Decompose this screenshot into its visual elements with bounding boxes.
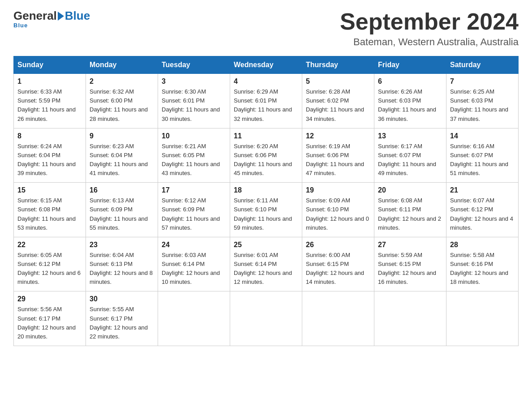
weekday-header-monday: Monday (86, 56, 158, 74)
day-info: Sunrise: 6:12 AMSunset: 6:09 PMDaylight:… (162, 196, 226, 232)
calendar-day-cell: 13 Sunrise: 6:17 AMSunset: 6:07 PMDaylig… (374, 128, 446, 183)
calendar-day-cell: 26 Sunrise: 6:00 AMSunset: 6:15 PMDaylig… (302, 237, 374, 291)
logo-blue-text: Blue (65, 9, 90, 23)
day-number: 26 (306, 241, 370, 249)
day-info: Sunrise: 6:21 AMSunset: 6:05 PMDaylight:… (162, 142, 226, 178)
weekday-header-saturday: Saturday (446, 56, 519, 74)
calendar-day-cell: 15 Sunrise: 6:15 AMSunset: 6:08 PMDaylig… (14, 183, 86, 237)
calendar-day-cell: 14 Sunrise: 6:16 AMSunset: 6:07 PMDaylig… (446, 128, 519, 183)
day-number: 15 (17, 186, 82, 194)
day-info: Sunrise: 6:25 AMSunset: 6:03 PMDaylight:… (450, 87, 515, 124)
calendar-day-cell (374, 291, 446, 346)
day-info: Sunrise: 6:00 AMSunset: 6:15 PMDaylight:… (306, 251, 370, 287)
logo: General Blue Blue (13, 9, 90, 29)
calendar-day-cell (158, 291, 230, 346)
day-info: Sunrise: 6:09 AMSunset: 6:10 PMDaylight:… (306, 196, 370, 232)
calendar-day-cell: 18 Sunrise: 6:11 AMSunset: 6:10 PMDaylig… (230, 183, 302, 237)
calendar-day-cell: 27 Sunrise: 5:59 AMSunset: 6:15 PMDaylig… (374, 237, 446, 291)
day-info: Sunrise: 6:20 AMSunset: 6:06 PMDaylight:… (234, 142, 298, 178)
calendar-day-cell: 6 Sunrise: 6:26 AMSunset: 6:03 PMDayligh… (374, 74, 446, 128)
day-info: Sunrise: 6:17 AMSunset: 6:07 PMDaylight:… (378, 142, 442, 178)
day-number: 22 (17, 241, 82, 249)
logo-triangle-icon (58, 12, 64, 21)
calendar-day-cell: 16 Sunrise: 6:13 AMSunset: 6:09 PMDaylig… (86, 183, 158, 237)
calendar-day-cell: 8 Sunrise: 6:24 AMSunset: 6:04 PMDayligh… (14, 128, 86, 183)
day-info: Sunrise: 6:08 AMSunset: 6:11 PMDaylight:… (378, 196, 442, 232)
calendar-day-cell (302, 291, 374, 346)
calendar-day-cell: 20 Sunrise: 6:08 AMSunset: 6:11 PMDaylig… (374, 183, 446, 237)
day-info: Sunrise: 6:28 AMSunset: 6:02 PMDaylight:… (306, 87, 370, 124)
calendar-week-row: 29 Sunrise: 5:56 AMSunset: 6:17 PMDaylig… (14, 291, 519, 346)
day-info: Sunrise: 6:05 AMSunset: 6:12 PMDaylight:… (17, 251, 82, 287)
day-number: 8 (17, 132, 82, 140)
day-number: 27 (378, 241, 442, 249)
day-info: Sunrise: 6:13 AMSunset: 6:09 PMDaylight:… (90, 196, 154, 232)
logo-underline: Blue (13, 22, 28, 29)
day-info: Sunrise: 6:23 AMSunset: 6:04 PMDaylight:… (90, 142, 154, 178)
day-info: Sunrise: 5:56 AMSunset: 6:17 PMDaylight:… (17, 305, 82, 341)
weekday-header-tuesday: Tuesday (158, 56, 230, 74)
calendar-day-cell: 25 Sunrise: 6:01 AMSunset: 6:14 PMDaylig… (230, 237, 302, 291)
calendar-day-cell: 24 Sunrise: 6:03 AMSunset: 6:14 PMDaylig… (158, 237, 230, 291)
day-info: Sunrise: 6:24 AMSunset: 6:04 PMDaylight:… (17, 142, 82, 178)
day-info: Sunrise: 6:07 AMSunset: 6:12 PMDaylight:… (450, 196, 515, 232)
calendar-day-cell: 21 Sunrise: 6:07 AMSunset: 6:12 PMDaylig… (446, 183, 519, 237)
weekday-header-sunday: Sunday (14, 56, 86, 74)
calendar-day-cell (446, 291, 519, 346)
day-info: Sunrise: 6:11 AMSunset: 6:10 PMDaylight:… (234, 196, 298, 232)
day-info: Sunrise: 6:04 AMSunset: 6:13 PMDaylight:… (90, 251, 154, 287)
calendar-day-cell: 1 Sunrise: 6:33 AMSunset: 5:59 PMDayligh… (14, 74, 86, 128)
calendar-day-cell: 2 Sunrise: 6:32 AMSunset: 6:00 PMDayligh… (86, 74, 158, 128)
day-info: Sunrise: 5:58 AMSunset: 6:16 PMDaylight:… (450, 251, 515, 287)
logo-general-text: General (13, 9, 57, 23)
day-number: 18 (234, 186, 298, 194)
calendar-day-cell: 23 Sunrise: 6:04 AMSunset: 6:13 PMDaylig… (86, 237, 158, 291)
day-info: Sunrise: 6:26 AMSunset: 6:03 PMDaylight:… (378, 87, 442, 124)
calendar-day-cell: 22 Sunrise: 6:05 AMSunset: 6:12 PMDaylig… (14, 237, 86, 291)
day-info: Sunrise: 6:15 AMSunset: 6:08 PMDaylight:… (17, 196, 82, 232)
day-number: 2 (90, 77, 154, 86)
day-number: 7 (450, 77, 515, 86)
day-number: 1 (17, 77, 82, 86)
day-number: 10 (162, 132, 226, 140)
title-block: September 2024 Bateman, Western Australi… (340, 9, 519, 48)
day-number: 16 (90, 186, 154, 194)
calendar-day-cell: 30 Sunrise: 5:55 AMSunset: 6:17 PMDaylig… (86, 291, 158, 346)
calendar-day-cell: 7 Sunrise: 6:25 AMSunset: 6:03 PMDayligh… (446, 74, 519, 128)
day-number: 4 (234, 77, 298, 86)
calendar-day-cell: 10 Sunrise: 6:21 AMSunset: 6:05 PMDaylig… (158, 128, 230, 183)
calendar-day-cell: 28 Sunrise: 5:58 AMSunset: 6:16 PMDaylig… (446, 237, 519, 291)
day-number: 5 (306, 77, 370, 86)
calendar-day-cell: 3 Sunrise: 6:30 AMSunset: 6:01 PMDayligh… (158, 74, 230, 128)
day-number: 11 (234, 132, 298, 140)
day-number: 9 (90, 132, 154, 140)
day-info: Sunrise: 6:01 AMSunset: 6:14 PMDaylight:… (234, 251, 298, 287)
day-number: 12 (306, 132, 370, 140)
calendar-day-cell: 17 Sunrise: 6:12 AMSunset: 6:09 PMDaylig… (158, 183, 230, 237)
calendar-table: SundayMondayTuesdayWednesdayThursdayFrid… (13, 56, 519, 346)
calendar-header-row: SundayMondayTuesdayWednesdayThursdayFrid… (14, 56, 519, 74)
day-number: 14 (450, 132, 515, 140)
calendar-week-row: 1 Sunrise: 6:33 AMSunset: 5:59 PMDayligh… (14, 74, 519, 128)
day-number: 30 (90, 295, 154, 303)
day-info: Sunrise: 6:33 AMSunset: 5:59 PMDaylight:… (17, 87, 82, 124)
weekday-header-thursday: Thursday (302, 56, 374, 74)
day-number: 21 (450, 186, 515, 194)
calendar-day-cell: 11 Sunrise: 6:20 AMSunset: 6:06 PMDaylig… (230, 128, 302, 183)
day-info: Sunrise: 6:03 AMSunset: 6:14 PMDaylight:… (162, 251, 226, 287)
day-number: 3 (162, 77, 226, 86)
calendar-week-row: 15 Sunrise: 6:15 AMSunset: 6:08 PMDaylig… (14, 183, 519, 237)
day-number: 28 (450, 241, 515, 249)
day-number: 13 (378, 132, 442, 140)
day-number: 20 (378, 186, 442, 194)
day-number: 29 (17, 295, 82, 303)
day-info: Sunrise: 6:32 AMSunset: 6:00 PMDaylight:… (90, 87, 154, 124)
calendar-day-cell: 4 Sunrise: 6:29 AMSunset: 6:01 PMDayligh… (230, 74, 302, 128)
day-info: Sunrise: 6:19 AMSunset: 6:06 PMDaylight:… (306, 142, 370, 178)
calendar-day-cell: 29 Sunrise: 5:56 AMSunset: 6:17 PMDaylig… (14, 291, 86, 346)
page-subtitle: Bateman, Western Australia, Australia (340, 36, 519, 48)
weekday-header-friday: Friday (374, 56, 446, 74)
day-info: Sunrise: 6:29 AMSunset: 6:01 PMDaylight:… (234, 87, 298, 124)
calendar-week-row: 8 Sunrise: 6:24 AMSunset: 6:04 PMDayligh… (14, 128, 519, 183)
calendar-day-cell: 19 Sunrise: 6:09 AMSunset: 6:10 PMDaylig… (302, 183, 374, 237)
